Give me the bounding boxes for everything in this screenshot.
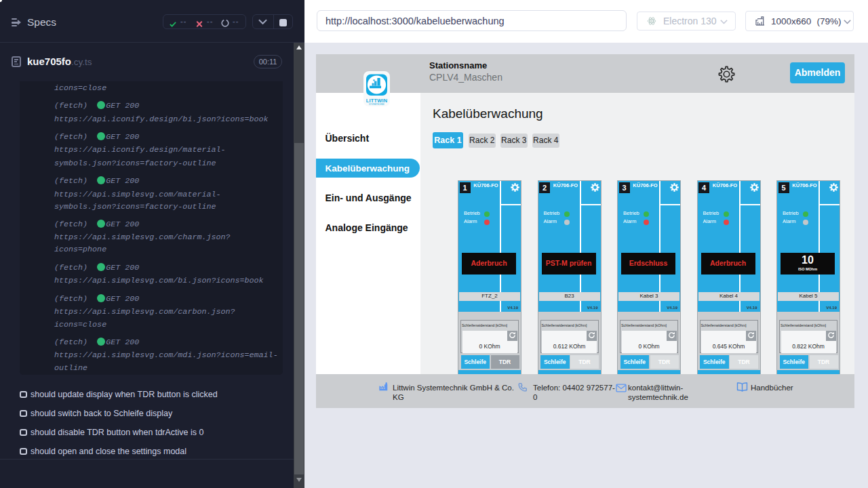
svg-text:LITTWIN: LITTWIN — [366, 98, 387, 104]
svg-text:SYSTEMTECHNIK: SYSTEMTECHNIK — [369, 103, 384, 106]
